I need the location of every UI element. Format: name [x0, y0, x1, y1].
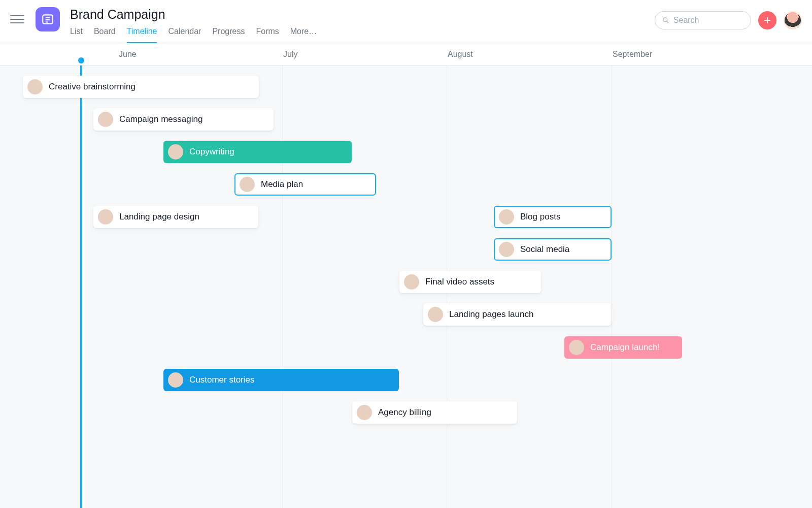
- month-label: July: [282, 43, 297, 66]
- today-marker: [80, 60, 82, 508]
- add-button[interactable]: [758, 11, 776, 29]
- timeline-month-header: JuneJulyAugustSeptember: [0, 43, 812, 66]
- current-user-avatar[interactable]: [784, 11, 802, 29]
- search-input[interactable]: [673, 16, 743, 25]
- assignee-avatar[interactable]: [499, 209, 514, 225]
- task-bar[interactable]: Landing page design: [93, 206, 258, 228]
- task-bar[interactable]: Media plan: [234, 173, 376, 196]
- task-bar[interactable]: Creative brainstorming: [23, 76, 259, 98]
- plus-icon: [763, 16, 772, 25]
- task-bar[interactable]: Landing pages launch: [423, 303, 612, 326]
- assignee-avatar[interactable]: [98, 209, 113, 225]
- assignee-avatar[interactable]: [357, 405, 372, 420]
- assignee-avatar[interactable]: [569, 340, 584, 355]
- assignee-avatar[interactable]: [404, 274, 419, 290]
- project-title: Brand Campaign: [70, 6, 655, 22]
- task-label: Copywriting: [189, 147, 234, 157]
- tab-board[interactable]: Board: [94, 27, 116, 44]
- task-label: Social media: [520, 244, 569, 255]
- assignee-avatar[interactable]: [499, 242, 514, 257]
- today-marker-dot: [78, 57, 84, 64]
- month-label: September: [612, 43, 652, 66]
- search-icon: [662, 16, 669, 24]
- task-bar[interactable]: Social media: [494, 238, 612, 261]
- task-label: Customer stories: [189, 375, 254, 385]
- task-label: Landing page design: [119, 212, 199, 222]
- task-label: Media plan: [261, 179, 303, 189]
- task-bar[interactable]: Customer stories: [163, 369, 399, 391]
- assignee-avatar[interactable]: [428, 307, 443, 322]
- tab-more[interactable]: More…: [290, 27, 317, 44]
- assignee-avatar[interactable]: [168, 144, 183, 160]
- tab-calendar[interactable]: Calendar: [168, 27, 201, 44]
- assignee-avatar[interactable]: [27, 79, 43, 94]
- task-label: Final video assets: [425, 277, 494, 287]
- tab-forms[interactable]: Forms: [256, 27, 279, 44]
- task-label: Agency billing: [378, 407, 431, 418]
- svg-line-5: [667, 21, 668, 23]
- assignee-avatar[interactable]: [168, 372, 183, 388]
- task-bar[interactable]: Agency billing: [352, 401, 517, 424]
- menu-icon[interactable]: [10, 12, 24, 26]
- task-bar[interactable]: Campaign launch!: [564, 336, 682, 359]
- task-label: Campaign launch!: [590, 342, 660, 353]
- app-header: Brand Campaign ListBoardTimelineCalendar…: [0, 0, 812, 43]
- task-bar[interactable]: Copywriting: [163, 141, 352, 163]
- task-label: Campaign messaging: [119, 114, 202, 124]
- assignee-avatar[interactable]: [240, 177, 255, 192]
- task-bar[interactable]: Blog posts: [494, 206, 612, 228]
- month-label: June: [118, 43, 137, 66]
- tab-list[interactable]: List: [70, 27, 83, 44]
- task-label: Creative brainstorming: [49, 82, 136, 92]
- assignee-avatar[interactable]: [98, 112, 113, 127]
- tab-timeline[interactable]: Timeline: [127, 27, 157, 44]
- search-field[interactable]: [655, 11, 751, 29]
- task-label: Landing pages launch: [449, 309, 533, 320]
- project-icon[interactable]: [36, 7, 60, 31]
- task-bar[interactable]: Campaign messaging: [93, 108, 274, 131]
- tab-progress[interactable]: Progress: [212, 27, 245, 44]
- month-label: August: [447, 43, 473, 66]
- task-bar[interactable]: Final video assets: [399, 271, 541, 293]
- timeline-view: JuneJulyAugustSeptember Creative brainst…: [0, 43, 812, 508]
- task-label: Blog posts: [520, 212, 560, 222]
- svg-point-4: [663, 18, 667, 22]
